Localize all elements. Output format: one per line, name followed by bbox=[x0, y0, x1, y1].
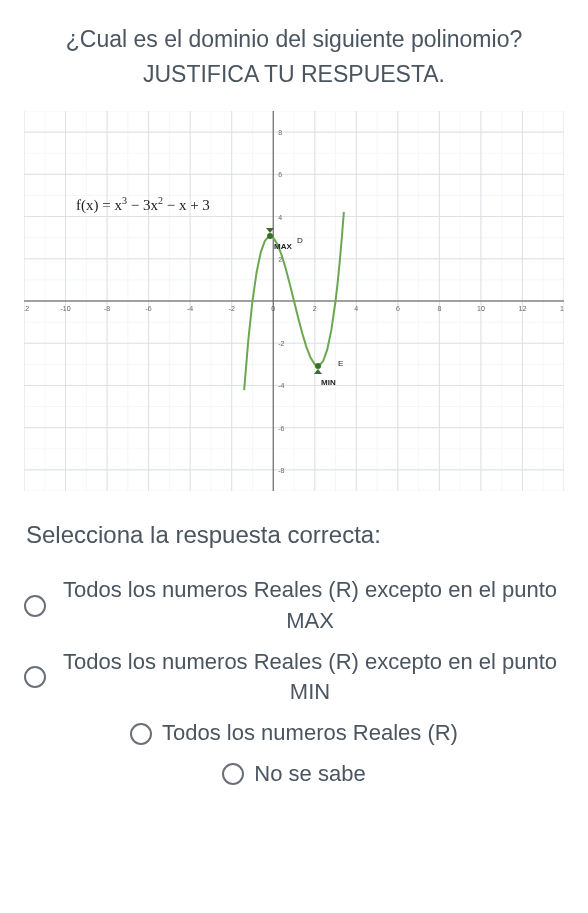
svg-text:2: 2 bbox=[313, 305, 317, 312]
question-line-1: ¿Cual es el dominio del siguiente polino… bbox=[24, 22, 564, 57]
option-1[interactable]: Todos los numeros Reales (R) excepto en … bbox=[24, 575, 564, 637]
svg-text:-2: -2 bbox=[229, 305, 235, 312]
svg-text:-10: -10 bbox=[60, 305, 70, 312]
svg-text:-8: -8 bbox=[278, 467, 284, 474]
min-label: MIN bbox=[321, 378, 336, 387]
instruction-text: Selecciona la respuesta correcta: bbox=[26, 521, 562, 549]
svg-text:-6: -6 bbox=[145, 305, 151, 312]
svg-text:-4: -4 bbox=[187, 305, 193, 312]
radio-icon bbox=[24, 595, 46, 617]
svg-point-94 bbox=[315, 363, 321, 369]
svg-text:8: 8 bbox=[437, 305, 441, 312]
option-3[interactable]: Todos los numeros Reales (R) bbox=[24, 718, 564, 749]
d-label: D bbox=[297, 236, 303, 245]
svg-text:12: 12 bbox=[519, 305, 527, 312]
svg-text:14: 14 bbox=[560, 305, 564, 312]
svg-point-93 bbox=[267, 233, 273, 239]
question-line-2: JUSTIFICA TU RESPUESTA. bbox=[24, 57, 564, 92]
polynomial-chart: -12-10-8-6-4-202468101214-8-6-4-22468 f(… bbox=[24, 111, 564, 491]
svg-text:-12: -12 bbox=[24, 305, 29, 312]
svg-text:-2: -2 bbox=[278, 340, 284, 347]
svg-text:8: 8 bbox=[278, 129, 282, 136]
e-label: E bbox=[338, 359, 343, 368]
svg-text:-6: -6 bbox=[278, 425, 284, 432]
max-label: MAX bbox=[274, 242, 292, 251]
question-title: ¿Cual es el dominio del siguiente polino… bbox=[24, 22, 564, 91]
formula-label: f(x) = x3 − 3x2 − x + 3 bbox=[76, 195, 210, 214]
options-group: Todos los numeros Reales (R) excepto en … bbox=[24, 575, 564, 790]
option-2[interactable]: Todos los numeros Reales (R) excepto en … bbox=[24, 647, 564, 709]
svg-text:6: 6 bbox=[278, 171, 282, 178]
option-1-label: Todos los numeros Reales (R) excepto en … bbox=[56, 575, 564, 637]
option-4[interactable]: No se sabe bbox=[24, 759, 564, 790]
question-card: ¿Cual es el dominio del siguiente polino… bbox=[0, 0, 588, 913]
radio-icon bbox=[24, 666, 46, 688]
chart-svg: -12-10-8-6-4-202468101214-8-6-4-22468 bbox=[24, 111, 564, 491]
svg-text:0: 0 bbox=[271, 305, 275, 312]
svg-text:6: 6 bbox=[396, 305, 400, 312]
svg-text:-8: -8 bbox=[104, 305, 110, 312]
svg-text:-4: -4 bbox=[278, 382, 284, 389]
option-2-label: Todos los numeros Reales (R) excepto en … bbox=[56, 647, 564, 709]
radio-icon bbox=[222, 763, 244, 785]
svg-text:10: 10 bbox=[477, 305, 485, 312]
svg-text:4: 4 bbox=[354, 305, 358, 312]
option-4-label: No se sabe bbox=[254, 759, 365, 790]
radio-icon bbox=[130, 723, 152, 745]
svg-text:4: 4 bbox=[278, 214, 282, 221]
option-3-label: Todos los numeros Reales (R) bbox=[162, 718, 458, 749]
